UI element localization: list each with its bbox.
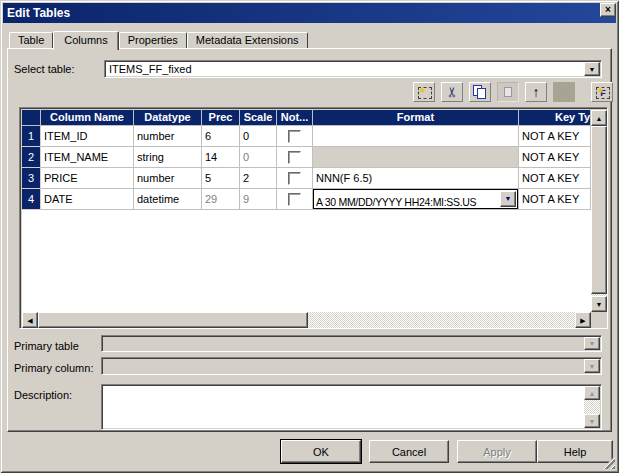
horizontal-scroll-thumb[interactable] [38,312,308,328]
header-column-name: Column Name [41,110,134,126]
header-datatype: Datatype [134,110,202,126]
primary-column-label: Primary column: [14,362,93,375]
key-type-cell[interactable]: NOT A KEY [519,147,591,168]
move-up-button[interactable]: ↑ [525,82,547,102]
scroll-left-icon: ◀ [27,317,32,324]
grid-horizontal-scrollbar[interactable]: ◀ ▶ [22,312,591,328]
select-table-value: ITEMS_FF_fixed [109,63,192,75]
format-cell: A 30 MM/DD/YYYY HH24:MI:SS.US ▼ [313,189,519,210]
description-label: Description: [14,389,72,402]
primary-column-combobox: ▼ [101,357,602,375]
format-dropdown-button[interactable]: ▼ [500,191,516,207]
select-table-combobox[interactable]: ITEMS_FF_fixed ▼ [104,60,602,78]
format-cell[interactable]: NNN(F 6.5) [313,168,519,189]
scale-cell[interactable]: 0 [240,147,277,168]
table-row: 1 ITEM_ID number 6 0 NOT A KEY [22,126,591,147]
primary-table-combobox: ▼ [101,335,602,352]
chevron-down-icon: ▼ [589,66,596,73]
column-name-cell[interactable]: ITEM_NAME [41,147,134,168]
apply-button: Apply [457,440,537,463]
vertical-scroll-thumb[interactable] [591,126,607,294]
datatype-cell[interactable]: number [134,168,202,189]
sparkle-icon: * [598,86,603,99]
not-null-cell[interactable] [277,168,313,189]
not-null-checkbox[interactable] [288,193,301,206]
edit-tables-dialog: Edit Tables × Table Columns Properties M… [0,0,619,473]
scale-cell[interactable]: 2 [240,168,277,189]
column-name-cell[interactable]: DATE [41,189,134,210]
primary-table-label: Primary table [14,340,79,353]
columns-grid: Column Name Datatype Prec Scale Not... F… [19,107,608,329]
help-button[interactable]: Help [537,440,613,463]
not-null-cell[interactable] [277,126,313,147]
description-scrollbar[interactable]: ▲ ▼ [584,386,600,428]
scroll-down-button: ▼ [584,414,600,428]
format-combobox-value: A 30 MM/DD/YYYY HH24:MI:SS.US [316,192,476,210]
key-type-cell[interactable]: NOT A KEY [519,126,591,147]
scroll-up-icon: ▲ [589,390,596,397]
prec-cell[interactable]: 5 [202,168,240,189]
grid-viewport: Column Name Datatype Prec Scale Not... F… [22,110,591,312]
not-null-cell[interactable] [277,147,313,168]
datatype-cell[interactable]: number [134,126,202,147]
header-prec: Prec [202,110,240,126]
chevron-down-icon: ▼ [589,363,596,370]
header-scale: Scale [240,110,277,126]
row-number-cell[interactable]: 4 [22,189,41,210]
description-textarea[interactable]: ▲ ▼ [101,384,602,430]
key-type-cell[interactable]: NOT A KEY [519,189,591,210]
grid-header-row: Column Name Datatype Prec Scale Not... F… [22,110,591,126]
ok-button[interactable]: OK [281,440,361,463]
tab-metadata-extensions[interactable]: Metadata Extensions [187,32,308,48]
column-name-cell[interactable]: PRICE [41,168,134,189]
copy-button[interactable] [469,82,491,102]
tab-properties[interactable]: Properties [119,32,187,48]
scale-cell[interactable]: 0 [240,126,277,147]
not-null-checkbox[interactable] [288,151,301,164]
sparkle-icon: * [420,86,425,99]
not-null-cell[interactable] [277,189,313,210]
cancel-button[interactable]: Cancel [369,440,449,463]
scrollbar-corner [591,312,607,328]
close-button[interactable]: × [600,3,616,17]
scroll-right-icon: ▶ [580,317,585,324]
not-null-checkbox[interactable] [288,172,301,185]
window-title: Edit Tables [3,6,70,20]
datatype-cell[interactable]: string [134,147,202,168]
new-column-button[interactable]: * [413,82,435,102]
chevron-down-icon: ▼ [589,340,596,347]
scroll-right-button[interactable]: ▶ [575,312,591,328]
close-icon: × [605,5,611,15]
row-number-cell[interactable]: 2 [22,147,41,168]
scroll-left-button[interactable]: ◀ [22,312,38,328]
scale-cell[interactable]: 9 [240,189,277,210]
prec-cell[interactable]: 14 [202,147,240,168]
key-type-cell[interactable]: NOT A KEY [519,168,591,189]
title-bar[interactable]: Edit Tables [3,3,616,23]
scroll-down-icon: ▼ [589,418,596,425]
datatype-cell[interactable]: datetime [134,189,202,210]
prec-cell[interactable]: 6 [202,126,240,147]
select-table-dropdown-button[interactable]: ▼ [584,62,600,76]
grid-vertical-scrollbar[interactable]: ▲ ▼ [591,110,607,312]
table-row: 2 ITEM_NAME string 14 0 NOT A KEY [22,147,591,168]
header-row-number [22,110,41,126]
row-number-cell[interactable]: 1 [22,126,41,147]
table-row: 4 DATE datetime 29 9 A 30 MM/DD/YYYY HH2… [22,189,591,210]
prec-cell[interactable]: 29 [202,189,240,210]
format-cell[interactable] [313,126,519,147]
tab-columns[interactable]: Columns [53,31,118,50]
not-null-checkbox[interactable] [288,130,301,143]
tab-table[interactable]: Table [9,32,53,48]
scroll-down-button[interactable]: ▼ [591,296,607,312]
scroll-up-button[interactable]: ▲ [591,110,607,126]
header-format: Format [313,110,519,126]
primary-column-dropdown-button: ▼ [584,359,600,373]
format-combobox[interactable]: A 30 MM/DD/YYYY HH24:MI:SS.US ▼ [313,189,518,209]
column-name-cell[interactable]: ITEM_ID [41,126,134,147]
cut-button[interactable]: ✂ [441,82,463,102]
tab-content-pane: Select table: ITEMS_FF_fixed ▼ * ✂ ↑ [7,48,612,432]
new-format-button[interactable]: * F [591,82,613,102]
new-column-icon: * [418,87,432,99]
row-number-cell[interactable]: 3 [22,168,41,189]
